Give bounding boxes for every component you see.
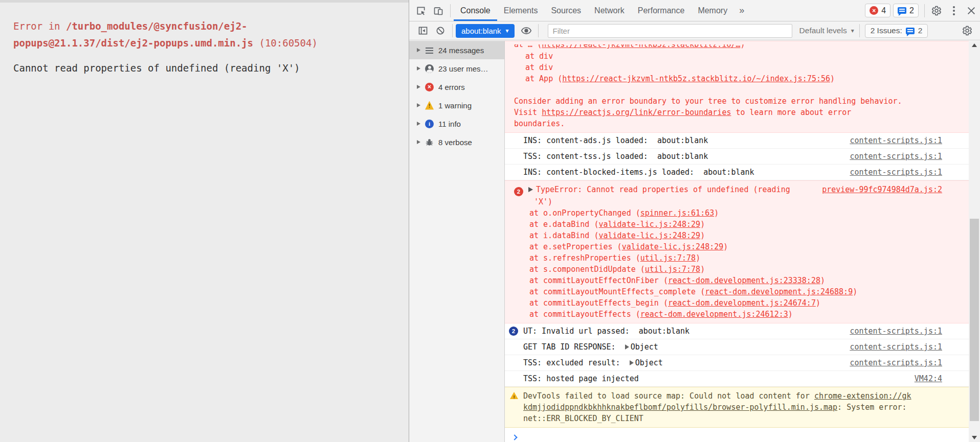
live-expression-eye-icon[interactable] [518, 22, 535, 39]
sidebar-filter-label: 8 verbose [438, 138, 472, 147]
expand-object-icon[interactable] [625, 344, 629, 350]
filter-input[interactable] [548, 24, 792, 38]
expand-arrow-icon[interactable] [417, 122, 420, 126]
execution-context-selector[interactable]: about:blank ▾ [456, 24, 515, 38]
console-settings-gear-icon[interactable] [959, 22, 976, 39]
message-line: at e.dataBind (validate-lic.js:248:29) [514, 219, 942, 230]
message-link[interactable]: spinner.js:61:63 [640, 208, 715, 218]
message-line: at i.dataBind (validate-lic.js:248:29) [514, 230, 942, 241]
message-line: content-scripts.js:1TSS: content-tss.js … [523, 151, 942, 162]
message-link[interactable]: https://react-jkzvml-ntkb5z.stackblitz.i… [562, 74, 830, 83]
message-link[interactable]: validate-lic.js:248:29 [598, 220, 700, 229]
chevron-down-icon: ▾ [506, 27, 509, 34]
message-link[interactable]: https://react-jkzvml-ntkb5z.stackblitz.i… [542, 44, 740, 49]
sidebar-filter-verbose[interactable]: 8 verbose [409, 133, 504, 151]
expand-arrow-icon[interactable] [417, 48, 420, 52]
message-link[interactable]: react-dom.development.js:24688:9 [705, 287, 853, 296]
console-prompt[interactable] [505, 428, 969, 441]
message-text: Object [631, 342, 658, 352]
message-link[interactable]: kdmjjodidppndkbkhhknakbeflbomf/polyfills… [523, 403, 837, 412]
scrollbar-thumb[interactable] [970, 219, 979, 421]
message-line: 'X') [514, 196, 942, 207]
toggle-sidebar-icon[interactable] [414, 22, 432, 39]
message-text: at div [525, 63, 553, 72]
kebab-menu-icon[interactable] [945, 2, 963, 19]
close-devtools-icon[interactable] [963, 2, 980, 19]
tab-memory[interactable]: Memory [691, 0, 734, 21]
tab-console[interactable]: Console [454, 0, 497, 21]
message-text: at e.setProperties ( [529, 242, 622, 251]
sidebar-filter-errors[interactable]: 4 errors [409, 78, 504, 96]
message-text: ) [830, 74, 835, 83]
prompt-chevron-icon [511, 434, 517, 440]
source-location-link[interactable]: content-scripts.js:1 [850, 135, 942, 146]
source-location-link[interactable]: content-scripts.js:1 [850, 341, 942, 353]
console-toolbar: about:blank ▾ Default levels ▾ 2 Issues:… [409, 21, 980, 40]
message-line: at commitLayoutEffects_begin (react-dom.… [514, 297, 942, 309]
message-line: at div [514, 51, 942, 62]
message-text: at o.onPropertyChanged ( [529, 208, 640, 218]
message-link[interactable]: validate-lic.js:248:29 [598, 231, 700, 240]
message-link[interactable]: util.js:7:78 [645, 265, 700, 274]
sidebar-filter-info[interactable]: 11 info [409, 114, 504, 133]
source-location-link[interactable]: preview-99fc974984d7a.js:2 [822, 184, 942, 195]
clear-console-icon[interactable] [432, 22, 449, 39]
source-location-link[interactable]: content-scripts.js:1 [850, 167, 942, 178]
page-error-prefix: Error in [13, 20, 66, 32]
sidebar-filter-label: 24 messages [438, 46, 484, 55]
issues-count: 2 [918, 26, 923, 35]
expand-arrow-icon[interactable] [417, 140, 420, 144]
messages-counter-button[interactable]: 2 [893, 4, 919, 17]
scroll-down-arrow-icon[interactable] [969, 433, 980, 442]
message-line: at s.refreshProperties (util.js:7:78) [514, 252, 942, 264]
message-link[interactable]: react-dom.development.js:24674:7 [668, 298, 816, 308]
message-text: ) [714, 208, 719, 218]
message-text: boundaries. [514, 119, 565, 128]
issues-button[interactable]: 2 Issues: 2 [865, 24, 928, 38]
message-link[interactable]: https://reactjs.org/link/error-boundarie… [542, 108, 731, 117]
expand-object-icon[interactable] [630, 360, 634, 365]
tab-sources[interactable]: Sources [544, 0, 588, 21]
page-error-title: Error in /turbo_modules/@syncfusion/ej2-… [13, 18, 341, 52]
sidebar-filter-warnings[interactable]: 1 warning [409, 96, 504, 114]
more-tabs-button[interactable]: » [734, 5, 749, 16]
message-line: at commitLayoutEffectOnFiber (react-dom.… [514, 275, 942, 286]
expand-message-icon[interactable] [528, 187, 533, 192]
message-link[interactable]: chrome-extension://gk [814, 391, 911, 401]
devtools-tabbar: Console Elements Sources Network Perform… [409, 0, 980, 21]
source-location-link[interactable]: VM42:4 [915, 373, 942, 384]
page-error-location: (10:60504) [253, 37, 318, 49]
message-text: at App ( [525, 74, 562, 83]
repeat-count-badge: 2 [509, 327, 518, 336]
expand-arrow-icon[interactable] [417, 66, 420, 71]
message-line: at commitLayoutMountEffects_complete (re… [514, 286, 942, 297]
device-toolbar-icon[interactable] [430, 2, 447, 19]
source-location-link[interactable]: content-scripts.js:1 [850, 151, 942, 162]
message-line: !DevTools failed to load source map: Cou… [523, 390, 942, 402]
message-link[interactable]: validate-lic.js:248:29 [622, 242, 724, 251]
message-bubble-icon [898, 7, 906, 14]
message-link[interactable]: react-dom.development.js:23338:28 [668, 276, 820, 285]
settings-gear-icon[interactable] [928, 2, 945, 19]
scrollbar[interactable] [969, 41, 980, 442]
message-link[interactable]: react-dom.development.js:24612:3 [640, 310, 788, 319]
sidebar-filter-user-messages[interactable]: 23 user mes… [409, 59, 504, 78]
source-location-link[interactable]: content-scripts.js:1 [850, 325, 942, 337]
console-message-log: content-scripts.js:1GET TAB ID RESPONSE:… [505, 339, 969, 355]
inspect-element-icon[interactable] [412, 2, 430, 19]
tab-network[interactable]: Network [588, 0, 631, 21]
log-levels-dropdown[interactable]: Default levels ▾ [799, 26, 854, 35]
expand-arrow-icon[interactable] [417, 85, 420, 89]
source-location-link[interactable]: content-scripts.js:1 [850, 357, 942, 368]
sidebar-filter-messages[interactable]: 24 messages [409, 41, 504, 59]
tab-elements[interactable]: Elements [497, 0, 545, 21]
message-link[interactable]: util.js:7:78 [640, 253, 696, 263]
console-body: 24 messages23 user mes…4 errors1 warning… [409, 41, 980, 442]
console-message-error: preview-99fc974984d7a.js:22TypeError: Ca… [505, 180, 969, 323]
repeat-count-badge: 2 [514, 187, 523, 196]
scroll-up-arrow-icon[interactable] [969, 41, 980, 50]
errors-counter-button[interactable]: × 4 [865, 4, 890, 17]
tab-performance[interactable]: Performance [631, 0, 692, 21]
message-line [514, 84, 942, 96]
expand-arrow-icon[interactable] [417, 103, 420, 107]
